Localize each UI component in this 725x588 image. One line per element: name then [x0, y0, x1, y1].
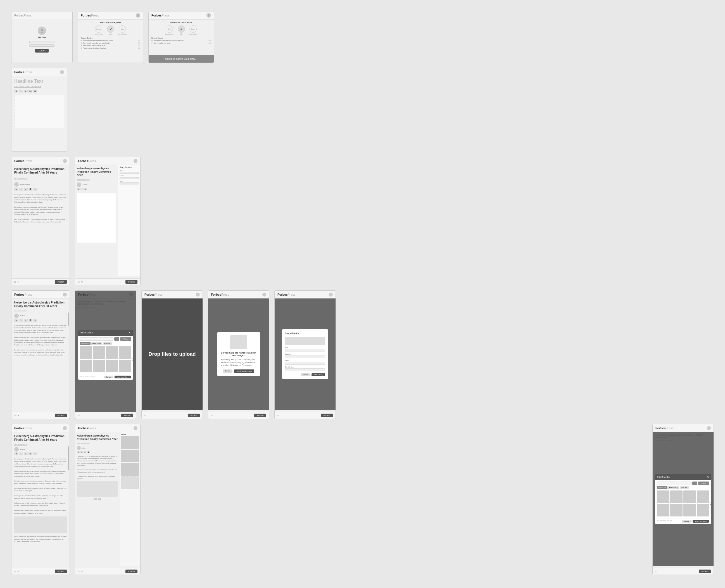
imf-thumb-1[interactable]: [657, 490, 669, 503]
imf-upload-btn[interactable]: Upload: [698, 482, 709, 485]
pf-slug-input[interactable]: [285, 349, 325, 352]
panel-msg-icon[interactable]: ✉: [81, 281, 83, 283]
full-author-edit[interactable]: [26, 315, 28, 317]
tab-upload[interactable]: Upload Files: [80, 342, 90, 345]
tb-underline[interactable]: U: [84, 451, 86, 453]
art-underline-btn[interactable]: U: [24, 188, 28, 191]
author-settings[interactable]: [33, 183, 35, 186]
full-list[interactable]: •: [33, 319, 37, 322]
thumb-publish-btn[interactable]: Publish: [125, 570, 137, 573]
preview-icon[interactable]: ⊡: [14, 281, 16, 283]
media-thumb-5[interactable]: [80, 360, 92, 372]
pf-publish-btn[interactable]: Publish: [321, 414, 333, 417]
conf-publish-btn[interactable]: Publish: [254, 414, 266, 417]
slug-input[interactable]: [120, 172, 139, 174]
thumb-preview[interactable]: ⊡: [78, 570, 80, 573]
imf-thumb-5[interactable]: [657, 504, 669, 517]
img-ctrl-2[interactable]: [98, 498, 101, 500]
media-thumb-item-1[interactable]: [121, 436, 139, 449]
panel-italic-btn[interactable]: I: [81, 188, 84, 190]
art-list-btn[interactable]: •: [33, 188, 37, 191]
grid-next-arrow[interactable]: ›: [132, 356, 133, 362]
tab-url[interactable]: From URL: [103, 342, 112, 345]
panel-underline-btn[interactable]: U: [84, 188, 87, 190]
panel-subhead-link[interactable]: Add Subheadline: [77, 178, 116, 181]
media-thumb-add[interactable]: [121, 477, 139, 489]
thumb-subhead[interactable]: Add Subheadline: [77, 442, 118, 445]
modal-close-btn[interactable]: ✕: [129, 331, 131, 334]
long-image[interactable]: 🖼: [28, 453, 33, 455]
upload-files-btn[interactable]: Upload: [120, 337, 131, 341]
imf-thumb-8[interactable]: [697, 504, 709, 517]
long-msg[interactable]: ✉: [18, 570, 19, 573]
media-thumb-4[interactable]: [119, 346, 131, 359]
italic-btn[interactable]: I: [19, 90, 23, 92]
art-bold-btn[interactable]: B: [14, 188, 18, 191]
art-image-btn[interactable]: 🖼: [28, 188, 33, 191]
im-publish-btn[interactable]: Publish: [121, 414, 133, 417]
panel-bold-btn[interactable]: B: [77, 188, 80, 190]
pf-add-btn[interactable]: Add to Story: [312, 373, 325, 376]
long-underline[interactable]: U: [24, 453, 28, 455]
imf-tab-url[interactable]: From URL: [680, 486, 689, 489]
pf-cancel-btn[interactable]: Cancel: [301, 373, 311, 376]
full-bold[interactable]: B: [14, 319, 18, 322]
media-thumb-2[interactable]: [93, 346, 105, 359]
password-input[interactable]: [29, 44, 55, 47]
imf-search-input[interactable]: [657, 482, 692, 485]
settings-icon[interactable]: ✉: [18, 281, 19, 283]
tb-image[interactable]: 🖼: [87, 451, 90, 453]
media-thumb-7[interactable]: [106, 360, 119, 372]
imf-next-arrow[interactable]: ›: [710, 501, 711, 506]
media-thumb-6[interactable]: [93, 360, 105, 372]
imf-close[interactable]: ✕: [707, 475, 709, 479]
imf-preview[interactable]: ⊡: [656, 570, 657, 573]
media-thumb-3[interactable]: [106, 346, 119, 359]
edit-icon[interactable]: Edit: [107, 25, 114, 35]
imf-thumb-4[interactable]: [697, 490, 709, 503]
publish-button[interactable]: Publish: [55, 280, 67, 284]
username-input[interactable]: [29, 41, 55, 43]
search-btn[interactable]: [114, 337, 119, 341]
tags-input[interactable]: [120, 183, 139, 185]
tb-bold[interactable]: B: [77, 451, 80, 453]
full-msg[interactable]: ✉: [18, 415, 19, 417]
h2-btn[interactable]: H2: [33, 90, 37, 92]
long-publish-btn[interactable]: Publish: [55, 570, 67, 573]
pf-section-input[interactable]: [285, 356, 325, 358]
tb-italic[interactable]: I: [80, 451, 83, 453]
thumb-msg[interactable]: ✉: [81, 570, 83, 573]
confirm-cancel-btn[interactable]: Cancel: [223, 370, 233, 373]
media-insert-btn[interactable]: Insert into Story: [114, 376, 131, 378]
imf-search-btn[interactable]: [692, 482, 697, 485]
long-bold[interactable]: B: [14, 453, 18, 455]
drop-zone[interactable]: Drop files to upload: [142, 298, 202, 410]
media-thumb-1[interactable]: [80, 346, 92, 359]
imf-tab-upload[interactable]: Upload Files: [657, 486, 667, 489]
long-add-subhead[interactable]: Add Subheadline: [14, 443, 27, 445]
art-italic-btn[interactable]: I: [19, 188, 23, 191]
long-italic[interactable]: I: [19, 453, 23, 455]
media-cancel-btn[interactable]: Cancel: [104, 376, 113, 378]
full-preview[interactable]: ⊡: [14, 415, 16, 417]
pf-contributors-input[interactable]: [285, 368, 325, 371]
conf-preview[interactable]: ⊡: [211, 415, 213, 417]
full-image[interactable]: 🖼: [28, 319, 33, 322]
im-preview[interactable]: ⊡: [78, 415, 80, 417]
imf-insert-btn[interactable]: Insert into Story: [692, 520, 709, 523]
long-author-edit[interactable]: [26, 448, 28, 451]
imf-cancel-btn[interactable]: Cancel: [682, 520, 692, 523]
confirm-yes-btn[interactable]: Yes, I have the rights: [234, 370, 254, 373]
headline-placeholder[interactable]: Headline Text: [14, 79, 64, 84]
full-body-subhead[interactable]: Add Subheadline: [14, 309, 67, 312]
imf-thumb-2[interactable]: [670, 490, 683, 503]
media-thumb-8[interactable]: [119, 360, 131, 372]
editor-content-area[interactable]: [14, 95, 64, 128]
long-list[interactable]: •: [33, 453, 37, 455]
subhead-link[interactable]: Click here to enter subheadline: [14, 85, 64, 87]
drop-preview[interactable]: ⊡: [145, 415, 146, 417]
section-input[interactable]: [120, 177, 139, 179]
imf-thumb-6[interactable]: [670, 504, 683, 517]
imf-thumb-3[interactable]: [683, 490, 696, 503]
continue-bar[interactable]: Continue editing your story...: [149, 55, 214, 63]
